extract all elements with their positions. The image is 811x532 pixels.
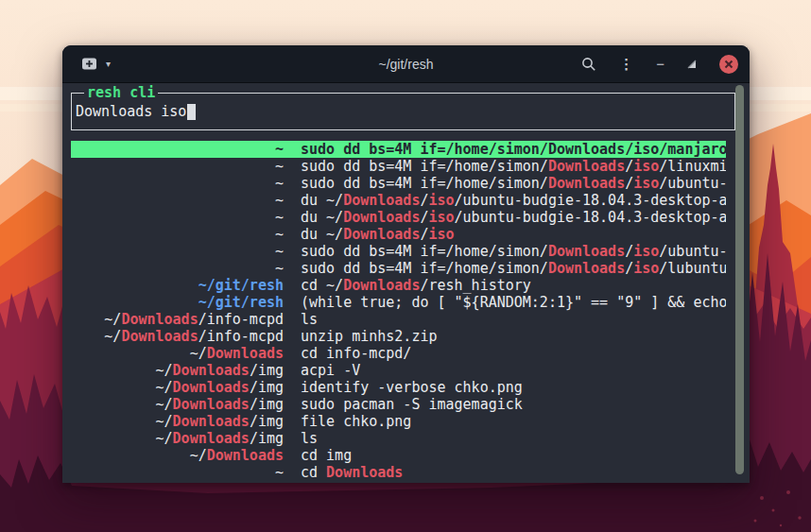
history-row[interactable]: ~/git/resh(while true; do [ "${RANDOM:2:… (71, 294, 726, 311)
plain-text: du ~/ (301, 209, 343, 226)
plain-text: unzip minhs2.zip (301, 328, 438, 345)
match-text: Downloads (207, 345, 284, 362)
close-icon (724, 60, 733, 69)
plain-text: /img (250, 413, 284, 430)
history-row[interactable]: ~/Downloads/info-mcpdunzip minhs2.zip (71, 328, 726, 345)
history-row[interactable]: ~/Downloads/imgsudo pacman -S imagemagic… (71, 396, 726, 413)
row-command: cd img (301, 447, 726, 464)
terminal-content: resh cli Downloads iso ~sudo dd bs=4M if… (62, 84, 750, 483)
history-row[interactable]: ~cd Downloads (71, 464, 726, 481)
plain-text: ~/ (156, 379, 173, 396)
scrollbar-thumb[interactable] (735, 85, 744, 474)
history-row-selected[interactable]: ~sudo dd bs=4M if=/home/simon/Downloads/… (71, 141, 726, 158)
match-text: Downloads (173, 430, 250, 447)
history-row[interactable]: ~/git/reshcd ~/Downloads/resh_history (71, 277, 726, 294)
tab-dropdown-button[interactable]: ▾ (106, 60, 111, 69)
plain-text: ~ (275, 260, 284, 277)
column-gap (284, 243, 301, 260)
row-command: du ~/Downloads/iso/ubuntu-budgie-18.04.3… (301, 209, 726, 226)
match-text: iso (428, 192, 454, 209)
row-command: ls (301, 311, 726, 328)
history-row[interactable]: ~/Downloads/imgidentify -verbose chko.pn… (71, 379, 726, 396)
search-icon (581, 57, 596, 72)
plain-text: ~ (275, 226, 284, 243)
plain-text: du ~/ (301, 192, 343, 209)
menu-button[interactable]: ⋮ (619, 56, 633, 73)
history-row[interactable]: ~sudo dd bs=4M if=/home/simon/Downloads/… (71, 175, 726, 192)
column-gap (284, 396, 301, 413)
match-text: Downloads (548, 158, 625, 175)
history-row[interactable]: ~/Downloads/imgls (71, 430, 726, 447)
plain-text: /img (250, 379, 284, 396)
row-directory: ~/Downloads (71, 345, 284, 362)
plain-text: /img (250, 430, 284, 447)
plain-text: sudo dd bs=4M if=/home/simon/ (301, 243, 548, 260)
history-row[interactable]: ~/Downloads/imgfile chko.png (71, 413, 726, 430)
row-command: unzip minhs2.zip (301, 328, 726, 345)
plain-text: /info-mcpd (198, 328, 284, 345)
plain-text: ~ (275, 141, 284, 158)
column-gap (284, 209, 301, 226)
match-text: iso (428, 209, 454, 226)
plain-text: /ubuntu- (659, 243, 726, 260)
row-directory: ~/Downloads/info-mcpd (71, 328, 284, 345)
plain-text: ~ (275, 175, 284, 192)
plain-text: / (625, 158, 633, 175)
terminal-window: ▾ ~/git/resh ⋮ − (62, 45, 750, 483)
history-row[interactable]: ~/Downloadscd info-mcpd/ (71, 345, 726, 362)
match-text: iso (633, 175, 659, 192)
plain-text: sudo dd bs=4M if=/home/simon/ (301, 175, 548, 192)
history-row[interactable]: ~/Downloads/imgacpi -V (71, 362, 726, 379)
search-button[interactable] (581, 57, 596, 72)
row-command: cd info-mcpd/ (301, 345, 726, 362)
row-directory: ~/Downloads (71, 447, 284, 464)
plain-text: cd info-mcpd/ (301, 345, 411, 362)
history-row[interactable]: ~sudo dd bs=4M if=/home/simon/Downloads/… (71, 158, 726, 175)
plain-text: ~/ (104, 328, 121, 345)
history-row[interactable]: ~du ~/Downloads/iso/ubuntu-budgie-18.04.… (71, 192, 726, 209)
plain-text: du ~/ (301, 226, 343, 243)
plain-text: ~/ (156, 396, 173, 413)
restore-button[interactable] (687, 60, 697, 69)
match-text: Downloads (548, 260, 625, 277)
row-directory: ~/Downloads/info-mcpd (71, 311, 284, 328)
column-gap (284, 430, 301, 447)
plain-text: /img (250, 396, 284, 413)
history-row[interactable]: ~du ~/Downloads/iso (71, 226, 726, 243)
row-directory: ~ (71, 141, 284, 158)
row-directory: ~/Downloads/img (71, 396, 284, 413)
row-directory: ~ (71, 158, 284, 175)
history-row[interactable]: ~du ~/Downloads/iso/ubuntu-budgie-18.04.… (71, 209, 726, 226)
minimize-button[interactable]: − (656, 57, 664, 71)
plain-text: ls (301, 430, 318, 447)
match-text: Downloads (343, 209, 420, 226)
history-row[interactable]: ~/Downloadscd img (71, 447, 726, 464)
plain-text: ~ (275, 158, 284, 175)
history-row[interactable]: ~/Downloads/info-mcpdls (71, 311, 726, 328)
row-directory: ~ (71, 464, 284, 481)
history-row[interactable]: ~sudo dd bs=4M if=/home/simon/Downloads/… (71, 243, 726, 260)
column-gap (284, 311, 301, 328)
titlebar[interactable]: ▾ ~/git/resh ⋮ − (62, 45, 750, 83)
resh-search-box[interactable]: resh cli Downloads iso (71, 93, 735, 130)
row-directory: ~ (71, 175, 284, 192)
plain-text: acpi -V (301, 362, 360, 379)
plain-text: ~/ (156, 430, 173, 447)
search-input-value[interactable]: Downloads iso (76, 103, 186, 120)
history-list: ~sudo dd bs=4M if=/home/simon/Downloads/… (71, 141, 726, 481)
plain-text: ~/ (156, 413, 173, 430)
plain-text: / (625, 260, 633, 277)
close-button[interactable] (719, 55, 738, 74)
match-text: Downloads (343, 277, 420, 294)
plain-text: file chko.png (301, 413, 411, 430)
plain-text: /img (250, 362, 284, 379)
plain-text: sudo dd bs=4M if=/home/simon/ (301, 158, 548, 175)
row-command: sudo dd bs=4M if=/home/simon/Downloads/i… (301, 243, 726, 260)
new-tab-icon (81, 57, 97, 71)
plain-text: sudo dd bs=4M if=/home/simon/ (301, 260, 548, 277)
row-directory: ~ (71, 209, 284, 226)
new-tab-button[interactable] (81, 57, 97, 71)
match-text: Downloads (343, 226, 420, 243)
history-row[interactable]: ~sudo dd bs=4M if=/home/simon/Downloads/… (71, 260, 726, 277)
plain-text: ~ (275, 464, 284, 481)
